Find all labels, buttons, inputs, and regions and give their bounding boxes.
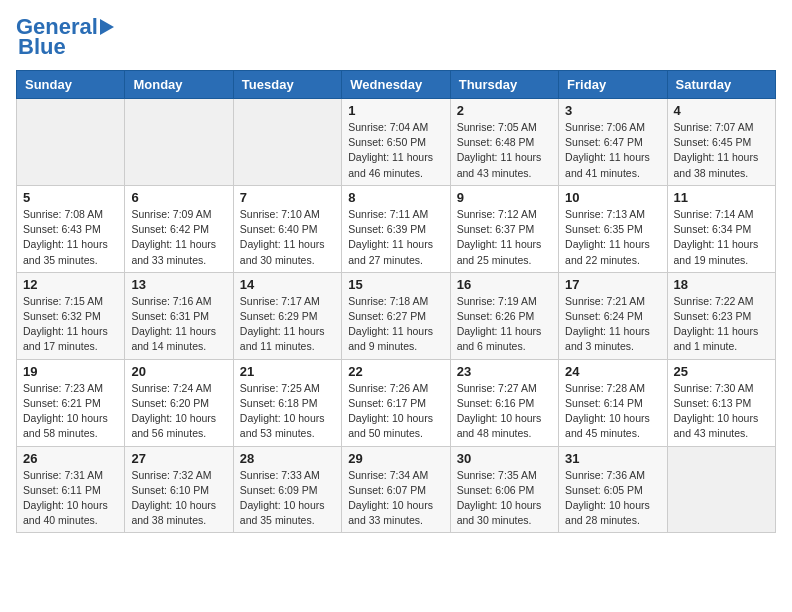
day-number: 17: [565, 277, 660, 292]
day-info: Sunrise: 7:31 AM Sunset: 6:11 PM Dayligh…: [23, 468, 118, 529]
day-info: Sunrise: 7:34 AM Sunset: 6:07 PM Dayligh…: [348, 468, 443, 529]
day-number: 4: [674, 103, 769, 118]
calendar-week-row: 1Sunrise: 7:04 AM Sunset: 6:50 PM Daylig…: [17, 99, 776, 186]
calendar-cell: 9Sunrise: 7:12 AM Sunset: 6:37 PM Daylig…: [450, 185, 558, 272]
day-of-week-header: Saturday: [667, 71, 775, 99]
day-info: Sunrise: 7:13 AM Sunset: 6:35 PM Dayligh…: [565, 207, 660, 268]
day-info: Sunrise: 7:11 AM Sunset: 6:39 PM Dayligh…: [348, 207, 443, 268]
day-info: Sunrise: 7:10 AM Sunset: 6:40 PM Dayligh…: [240, 207, 335, 268]
day-info: Sunrise: 7:22 AM Sunset: 6:23 PM Dayligh…: [674, 294, 769, 355]
calendar-cell: [125, 99, 233, 186]
day-info: Sunrise: 7:09 AM Sunset: 6:42 PM Dayligh…: [131, 207, 226, 268]
day-number: 15: [348, 277, 443, 292]
day-info: Sunrise: 7:07 AM Sunset: 6:45 PM Dayligh…: [674, 120, 769, 181]
calendar-cell: 31Sunrise: 7:36 AM Sunset: 6:05 PM Dayli…: [559, 446, 667, 533]
day-info: Sunrise: 7:21 AM Sunset: 6:24 PM Dayligh…: [565, 294, 660, 355]
calendar-cell: 6Sunrise: 7:09 AM Sunset: 6:42 PM Daylig…: [125, 185, 233, 272]
calendar-cell: 22Sunrise: 7:26 AM Sunset: 6:17 PM Dayli…: [342, 359, 450, 446]
calendar-cell: 10Sunrise: 7:13 AM Sunset: 6:35 PM Dayli…: [559, 185, 667, 272]
calendar-cell: 28Sunrise: 7:33 AM Sunset: 6:09 PM Dayli…: [233, 446, 341, 533]
calendar-table: SundayMondayTuesdayWednesdayThursdayFrid…: [16, 70, 776, 533]
day-number: 8: [348, 190, 443, 205]
logo: General Blue: [16, 16, 114, 60]
calendar-body: 1Sunrise: 7:04 AM Sunset: 6:50 PM Daylig…: [17, 99, 776, 533]
day-info: Sunrise: 7:23 AM Sunset: 6:21 PM Dayligh…: [23, 381, 118, 442]
day-info: Sunrise: 7:16 AM Sunset: 6:31 PM Dayligh…: [131, 294, 226, 355]
calendar-week-row: 19Sunrise: 7:23 AM Sunset: 6:21 PM Dayli…: [17, 359, 776, 446]
calendar-cell: 5Sunrise: 7:08 AM Sunset: 6:43 PM Daylig…: [17, 185, 125, 272]
calendar-cell: 17Sunrise: 7:21 AM Sunset: 6:24 PM Dayli…: [559, 272, 667, 359]
calendar-cell: 19Sunrise: 7:23 AM Sunset: 6:21 PM Dayli…: [17, 359, 125, 446]
calendar-week-row: 5Sunrise: 7:08 AM Sunset: 6:43 PM Daylig…: [17, 185, 776, 272]
day-number: 22: [348, 364, 443, 379]
calendar-cell: 21Sunrise: 7:25 AM Sunset: 6:18 PM Dayli…: [233, 359, 341, 446]
day-info: Sunrise: 7:35 AM Sunset: 6:06 PM Dayligh…: [457, 468, 552, 529]
calendar-cell: 14Sunrise: 7:17 AM Sunset: 6:29 PM Dayli…: [233, 272, 341, 359]
day-of-week-header: Tuesday: [233, 71, 341, 99]
calendar-header: SundayMondayTuesdayWednesdayThursdayFrid…: [17, 71, 776, 99]
day-info: Sunrise: 7:19 AM Sunset: 6:26 PM Dayligh…: [457, 294, 552, 355]
day-info: Sunrise: 7:08 AM Sunset: 6:43 PM Dayligh…: [23, 207, 118, 268]
day-info: Sunrise: 7:17 AM Sunset: 6:29 PM Dayligh…: [240, 294, 335, 355]
calendar-cell: 26Sunrise: 7:31 AM Sunset: 6:11 PM Dayli…: [17, 446, 125, 533]
day-info: Sunrise: 7:14 AM Sunset: 6:34 PM Dayligh…: [674, 207, 769, 268]
calendar-cell: 11Sunrise: 7:14 AM Sunset: 6:34 PM Dayli…: [667, 185, 775, 272]
day-of-week-header: Sunday: [17, 71, 125, 99]
day-number: 31: [565, 451, 660, 466]
calendar-week-row: 26Sunrise: 7:31 AM Sunset: 6:11 PM Dayli…: [17, 446, 776, 533]
day-number: 21: [240, 364, 335, 379]
calendar-header-row: SundayMondayTuesdayWednesdayThursdayFrid…: [17, 71, 776, 99]
day-info: Sunrise: 7:32 AM Sunset: 6:10 PM Dayligh…: [131, 468, 226, 529]
day-number: 28: [240, 451, 335, 466]
day-info: Sunrise: 7:12 AM Sunset: 6:37 PM Dayligh…: [457, 207, 552, 268]
day-number: 27: [131, 451, 226, 466]
page-header: General Blue: [16, 16, 776, 60]
day-info: Sunrise: 7:06 AM Sunset: 6:47 PM Dayligh…: [565, 120, 660, 181]
day-number: 24: [565, 364, 660, 379]
day-info: Sunrise: 7:28 AM Sunset: 6:14 PM Dayligh…: [565, 381, 660, 442]
calendar-cell: 8Sunrise: 7:11 AM Sunset: 6:39 PM Daylig…: [342, 185, 450, 272]
calendar-cell: 24Sunrise: 7:28 AM Sunset: 6:14 PM Dayli…: [559, 359, 667, 446]
day-info: Sunrise: 7:15 AM Sunset: 6:32 PM Dayligh…: [23, 294, 118, 355]
day-of-week-header: Thursday: [450, 71, 558, 99]
day-of-week-header: Wednesday: [342, 71, 450, 99]
day-info: Sunrise: 7:24 AM Sunset: 6:20 PM Dayligh…: [131, 381, 226, 442]
calendar-cell: 29Sunrise: 7:34 AM Sunset: 6:07 PM Dayli…: [342, 446, 450, 533]
day-info: Sunrise: 7:33 AM Sunset: 6:09 PM Dayligh…: [240, 468, 335, 529]
calendar-cell: 16Sunrise: 7:19 AM Sunset: 6:26 PM Dayli…: [450, 272, 558, 359]
day-number: 6: [131, 190, 226, 205]
calendar-cell: 15Sunrise: 7:18 AM Sunset: 6:27 PM Dayli…: [342, 272, 450, 359]
day-number: 29: [348, 451, 443, 466]
calendar-cell: [17, 99, 125, 186]
day-number: 3: [565, 103, 660, 118]
calendar-cell: 18Sunrise: 7:22 AM Sunset: 6:23 PM Dayli…: [667, 272, 775, 359]
day-info: Sunrise: 7:04 AM Sunset: 6:50 PM Dayligh…: [348, 120, 443, 181]
calendar-cell: 4Sunrise: 7:07 AM Sunset: 6:45 PM Daylig…: [667, 99, 775, 186]
calendar-cell: [667, 446, 775, 533]
day-number: 19: [23, 364, 118, 379]
calendar-cell: 2Sunrise: 7:05 AM Sunset: 6:48 PM Daylig…: [450, 99, 558, 186]
calendar-cell: 12Sunrise: 7:15 AM Sunset: 6:32 PM Dayli…: [17, 272, 125, 359]
day-number: 11: [674, 190, 769, 205]
day-info: Sunrise: 7:27 AM Sunset: 6:16 PM Dayligh…: [457, 381, 552, 442]
calendar-cell: 27Sunrise: 7:32 AM Sunset: 6:10 PM Dayli…: [125, 446, 233, 533]
calendar-cell: 1Sunrise: 7:04 AM Sunset: 6:50 PM Daylig…: [342, 99, 450, 186]
calendar-cell: 25Sunrise: 7:30 AM Sunset: 6:13 PM Dayli…: [667, 359, 775, 446]
day-number: 20: [131, 364, 226, 379]
day-number: 1: [348, 103, 443, 118]
day-info: Sunrise: 7:26 AM Sunset: 6:17 PM Dayligh…: [348, 381, 443, 442]
day-of-week-header: Friday: [559, 71, 667, 99]
calendar-cell: 23Sunrise: 7:27 AM Sunset: 6:16 PM Dayli…: [450, 359, 558, 446]
calendar-cell: 3Sunrise: 7:06 AM Sunset: 6:47 PM Daylig…: [559, 99, 667, 186]
day-number: 7: [240, 190, 335, 205]
day-info: Sunrise: 7:36 AM Sunset: 6:05 PM Dayligh…: [565, 468, 660, 529]
day-info: Sunrise: 7:25 AM Sunset: 6:18 PM Dayligh…: [240, 381, 335, 442]
logo-blue: Blue: [18, 34, 66, 60]
day-of-week-header: Monday: [125, 71, 233, 99]
day-info: Sunrise: 7:18 AM Sunset: 6:27 PM Dayligh…: [348, 294, 443, 355]
day-number: 26: [23, 451, 118, 466]
calendar-cell: [233, 99, 341, 186]
logo-arrow-icon: [100, 19, 114, 35]
day-number: 10: [565, 190, 660, 205]
calendar-week-row: 12Sunrise: 7:15 AM Sunset: 6:32 PM Dayli…: [17, 272, 776, 359]
